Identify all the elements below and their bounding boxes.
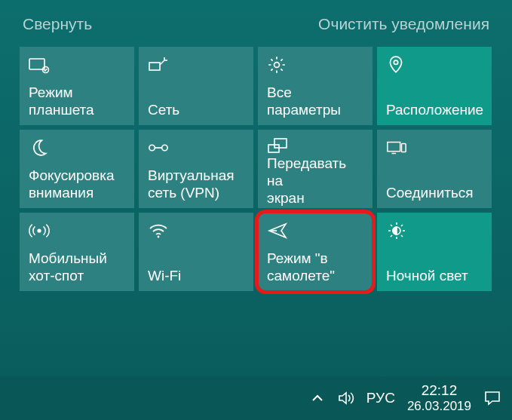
tile-focus-assist[interactable]: Фокусировка внимания xyxy=(20,130,134,208)
svg-point-11 xyxy=(38,229,41,232)
taskbar: РУС 22:12 26.03.2019 xyxy=(0,376,512,420)
action-center-icon[interactable] xyxy=(483,390,501,406)
tile-mobile-hotspot[interactable]: Мобильный хот-спот xyxy=(20,213,134,291)
svg-rect-7 xyxy=(274,139,287,148)
connect-icon xyxy=(386,137,407,158)
tile-label: Wi-Fi xyxy=(148,268,244,285)
tile-vpn[interactable]: Виртуальная сеть (VPN) xyxy=(139,130,253,208)
settings-icon xyxy=(267,54,288,75)
tile-wifi[interactable]: Wi-Fi xyxy=(139,213,253,291)
tile-tablet-mode[interactable]: Режим планшета xyxy=(20,47,134,125)
svg-point-3 xyxy=(274,63,280,68)
tile-label: Соединиться xyxy=(386,185,483,202)
tile-label: Все параметры xyxy=(267,84,363,119)
tile-label: Режим планшета xyxy=(29,84,125,119)
tile-project[interactable]: Передавать на экран xyxy=(258,130,373,208)
tile-label: Расположение xyxy=(386,102,483,119)
tile-night-light[interactable]: Ночной свет xyxy=(377,213,492,291)
project-icon xyxy=(267,137,288,155)
tile-network[interactable]: Сеть xyxy=(139,47,253,125)
svg-point-6 xyxy=(162,145,167,150)
svg-rect-9 xyxy=(388,143,400,152)
moon-icon xyxy=(29,137,50,158)
svg-point-5 xyxy=(149,145,155,150)
clock-date: 26.03.2019 xyxy=(407,399,471,414)
hotspot-icon xyxy=(29,220,50,241)
clock[interactable]: 22:12 26.03.2019 xyxy=(407,382,471,413)
location-icon xyxy=(386,54,407,75)
tile-label: Фокусировка внимания xyxy=(29,167,125,202)
tablet-icon xyxy=(29,54,50,75)
tile-label: Передавать на экран xyxy=(267,155,363,207)
svg-rect-2 xyxy=(149,63,160,70)
clock-time: 22:12 xyxy=(407,382,471,399)
tile-connect[interactable]: Соединиться xyxy=(377,130,492,208)
action-center-header: Свернуть Очистить уведомления xyxy=(0,11,512,47)
tile-label: Виртуальная сеть (VPN) xyxy=(148,167,244,202)
svg-rect-10 xyxy=(402,143,406,152)
language-indicator[interactable]: РУС xyxy=(366,390,395,406)
tile-location[interactable]: Расположение xyxy=(377,47,492,125)
svg-point-12 xyxy=(158,236,160,238)
svg-rect-0 xyxy=(29,59,44,69)
tray-overflow-icon[interactable] xyxy=(311,391,324,405)
svg-point-4 xyxy=(394,60,397,64)
quick-actions-grid: Режим планшета Сеть Все параметры xyxy=(0,47,512,291)
system-tray xyxy=(311,391,354,406)
wifi-icon xyxy=(148,220,169,241)
volume-icon[interactable] xyxy=(338,391,354,406)
tile-label: Мобильный хот-спот xyxy=(29,250,125,285)
tile-airplane-mode[interactable]: Режим "в самолете" xyxy=(258,213,373,291)
tile-label: Ночной свет xyxy=(386,268,483,285)
network-icon xyxy=(148,54,169,75)
tile-label: Сеть xyxy=(148,102,244,119)
tile-all-settings[interactable]: Все параметры xyxy=(258,47,373,125)
airplane-icon xyxy=(267,220,288,241)
collapse-link[interactable]: Свернуть xyxy=(23,15,92,33)
tile-label: Режим "в самолете" xyxy=(267,250,363,285)
clear-notifications-link[interactable]: Очистить уведомления xyxy=(318,15,489,33)
svg-rect-8 xyxy=(268,145,279,152)
action-center-panel: Свернуть Очистить уведомления Режим план… xyxy=(0,0,512,420)
nightlight-icon xyxy=(386,220,407,241)
vpn-icon xyxy=(148,137,169,158)
